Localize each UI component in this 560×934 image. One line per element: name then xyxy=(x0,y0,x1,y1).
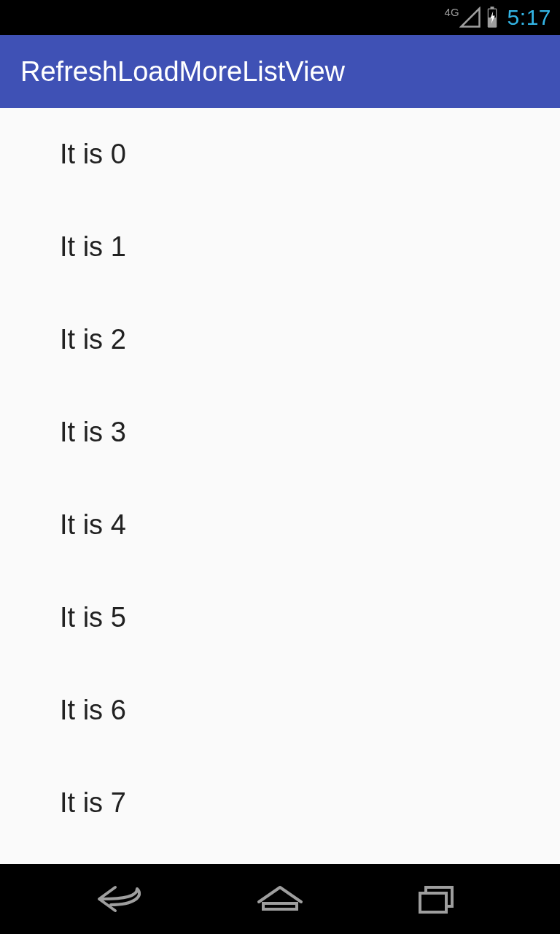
svg-rect-3 xyxy=(263,903,297,909)
list-item[interactable]: It is 0 xyxy=(0,108,560,201)
list-view[interactable]: It is 0 It is 1 It is 2 It is 3 It is 4 … xyxy=(0,108,560,849)
list-item[interactable]: It is 6 xyxy=(0,664,560,757)
page-title: RefreshLoadMoreListView xyxy=(20,56,345,88)
home-button[interactable] xyxy=(236,877,324,921)
list-item[interactable]: It is 1 xyxy=(0,201,560,293)
list-item[interactable]: It is 2 xyxy=(0,293,560,386)
content-area: It is 0 It is 1 It is 2 It is 3 It is 4 … xyxy=(0,108,560,864)
list-item[interactable]: It is 4 xyxy=(0,479,560,571)
list-item[interactable]: It is 7 xyxy=(0,757,560,849)
navigation-bar xyxy=(0,864,560,934)
recent-apps-button[interactable] xyxy=(394,877,481,921)
network-4g-label: 4G xyxy=(445,6,459,18)
signal-icon xyxy=(459,7,481,28)
svg-rect-1 xyxy=(490,7,494,9)
status-bar-time: 5:17 xyxy=(508,5,551,30)
list-item[interactable]: It is 5 xyxy=(0,571,560,664)
back-button[interactable] xyxy=(79,877,166,921)
battery-charging-icon xyxy=(486,7,499,28)
svg-rect-4 xyxy=(420,893,446,912)
list-item[interactable]: It is 3 xyxy=(0,386,560,479)
app-bar: RefreshLoadMoreListView xyxy=(0,35,560,108)
status-bar: 4G 5:17 xyxy=(0,0,560,35)
